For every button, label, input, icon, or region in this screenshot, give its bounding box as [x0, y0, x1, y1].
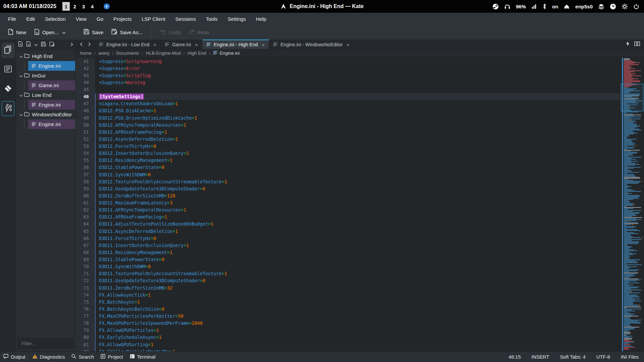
code-line-61[interactable]: 61D3D12.MaximumFrameLatency=3 — [75, 199, 621, 206]
code-line-47[interactable]: 47niagara.CreateShadersOnLoad=1 — [75, 100, 621, 107]
code-line-62[interactable]: 62D3D11.AFRSyncTemporalResources=1 — [75, 206, 621, 214]
sidebar-save-icon[interactable] — [41, 42, 46, 48]
code-line-46[interactable]: 46[SystemSettings] — [75, 93, 621, 100]
menu-view[interactable]: View — [72, 14, 91, 24]
code-view[interactable]: 41+Suppress=Scriptwarning42+Suppress=Err… — [75, 58, 621, 351]
code-line-77[interactable]: 77FX.MaxCPUParticlesPerEmitter=50 — [75, 313, 621, 320]
code-line-52[interactable]: 52D3D12.AsyncDeferredDeletion=1 — [75, 135, 621, 142]
tree-file-engine-ini[interactable]: Engine.ini — [16, 61, 75, 71]
breadcrumb-item-high-end[interactable]: High End — [187, 51, 206, 56]
network-icon[interactable] — [564, 4, 570, 9]
menu-sessions[interactable]: Sessions — [171, 14, 200, 24]
split-view-icon[interactable] — [634, 41, 640, 47]
tree-folder-windowsnoeditor[interactable]: WindowsNoEditor — [16, 110, 75, 119]
code-line-55[interactable]: 55D3D12.ResidencyManagement=1 — [75, 157, 621, 164]
tree-file-engine-ini[interactable]: Engine.ini — [16, 100, 75, 110]
tree-folder-imgui[interactable]: ImGui — [16, 71, 75, 80]
menu-tools[interactable]: Tools — [202, 14, 222, 24]
code-line-41[interactable]: 41+Suppress=Scriptwarning — [75, 58, 621, 65]
layers-icon[interactable] — [598, 3, 604, 10]
code-line-57[interactable]: 57D3D12.SyncWithDWM=0 — [75, 171, 621, 178]
tab-engine-ini-low-end[interactable]: Engine.ini - Low End× — [95, 40, 161, 49]
code-line-49[interactable]: 49D3D12.PSO.DriverOptimizedDiskCache=1 — [75, 114, 621, 121]
battery-percent[interactable]: 96% — [516, 4, 526, 9]
code-line-51[interactable]: 51D3D12.AFRUseFramePacing=1 — [75, 128, 621, 135]
save-as-button[interactable]: Save As... — [108, 26, 146, 38]
code-line-81[interactable]: 81FX.AllowGPUSorting=1 — [75, 341, 621, 348]
workspace-4[interactable]: 4 — [89, 2, 96, 11]
menu-file[interactable]: File — [4, 14, 20, 24]
tab-close-icon[interactable]: × — [153, 42, 156, 48]
project-panel-button[interactable]: Project — [101, 354, 123, 360]
search-panel-button[interactable]: Search — [71, 354, 94, 360]
tree-folder-low-end[interactable]: Low End — [16, 90, 75, 100]
code-line-73[interactable]: 73D3D11.ZeroBufferSizeInMB=32 — [75, 284, 621, 291]
tab-close-icon[interactable]: × — [346, 42, 350, 48]
symbol-outline-button[interactable] — [2, 62, 14, 77]
sidebar-new-file-icon[interactable] — [18, 41, 23, 48]
menu-edit[interactable]: Edit — [22, 14, 39, 24]
code-line-53[interactable]: 53D3D12.ForceThirtyHz=0 — [75, 143, 621, 150]
code-line-42[interactable]: 42+Suppress=Error — [75, 65, 621, 72]
menu-projects[interactable]: Projects — [109, 14, 136, 24]
chevron-down-icon[interactable] — [18, 73, 24, 78]
code-line-50[interactable]: 50D3D12.AFRSyncTemporalResources=1 — [75, 121, 621, 128]
menu-help[interactable]: Help — [252, 14, 270, 24]
code-line-45[interactable]: 45 — [75, 86, 621, 93]
tab-engine-ini-windowsnoeditor[interactable]: Engine.ini - WindowsNoEditor× — [269, 40, 354, 49]
code-line-82[interactable]: 82FX.FXAllowParticleMeshLODs=1 — [75, 348, 621, 351]
diagnostics-panel-button[interactable]: Diagnostics — [32, 354, 65, 360]
input-mode[interactable]: INSERT — [532, 354, 549, 360]
redo-button[interactable]: Redo — [185, 27, 213, 38]
chevron-down-icon[interactable] — [18, 92, 24, 98]
save-button[interactable]: Save — [80, 26, 107, 38]
tree-folder-high-end[interactable]: High End — [16, 51, 75, 61]
code-line-71[interactable]: 71D3D11.TexturePoolOnlyAccountStreamable… — [75, 270, 621, 277]
chevron-down-icon[interactable] — [62, 29, 66, 35]
sidebar-open-file-icon[interactable] — [26, 41, 31, 48]
network-label[interactable]: enp5s0 — [575, 4, 593, 9]
minimap-scrollbar[interactable] — [621, 58, 644, 351]
tab-engine-ini-high-end[interactable]: Engine.ini - High End× — [202, 40, 269, 49]
volume-bars-icon[interactable] — [531, 4, 537, 9]
code-line-67[interactable]: 67D3D11.InsertOuterOcclusionQuery=1 — [75, 242, 621, 249]
tab-game-ini[interactable]: Game.ini× — [161, 40, 202, 49]
encoding[interactable]: UTF-8 — [596, 354, 610, 360]
chevron-down-icon[interactable] — [18, 112, 24, 117]
code-line-70[interactable]: 70D3D11.SyncWithDWM=0 — [75, 263, 621, 270]
filter-input[interactable] — [18, 339, 73, 349]
code-line-76[interactable]: 76FX.BatchAsyncBatchSize=8 — [75, 305, 621, 312]
code-line-59[interactable]: 59D3D12.UseUpdateTexture3DComputeShader=… — [75, 185, 621, 192]
open-button[interactable]: Open... — [31, 26, 69, 38]
filetype[interactable]: INI Files — [621, 354, 639, 360]
output-panel-button[interactable]: Output — [3, 354, 25, 360]
code-line-58[interactable]: 58D3D12.TexturePoolOnlyAccountStreamable… — [75, 178, 621, 185]
workspace-2[interactable]: 2 — [71, 2, 78, 11]
tree-file-game-ini[interactable]: Game.ini — [16, 80, 75, 90]
sidebar-overflow-icon[interactable] — [70, 42, 73, 48]
documents-panel-button[interactable] — [2, 43, 14, 58]
menu-go[interactable]: Go — [93, 14, 107, 24]
tree-file-engine-ini[interactable]: Engine.ini — [16, 119, 75, 129]
tab-mode[interactable]: Soft Tabs: 4 — [560, 354, 585, 360]
chevron-down-icon[interactable] — [18, 53, 24, 59]
bluetooth-status[interactable]: on — [552, 4, 558, 9]
tab-scroll-right-icon[interactable] — [86, 41, 93, 48]
lsp-client-button[interactable] — [2, 101, 14, 116]
breadcrumb-item-home[interactable]: home — [80, 51, 92, 56]
code-line-44[interactable]: 44+Suppress=Warning — [75, 79, 621, 86]
code-line-75[interactable]: 75FX.BatchAsync=1 — [75, 298, 621, 305]
quick-actions-lightning-icon[interactable] — [626, 41, 630, 48]
steam-icon[interactable] — [492, 3, 499, 10]
menu-selection[interactable]: Selection — [41, 14, 70, 24]
code-line-74[interactable]: 74FX.AllowAsyncTick=1 — [75, 291, 621, 298]
code-line-43[interactable]: 43+Suppress=Scriptlog — [75, 72, 621, 79]
tab-scroll-left-icon[interactable] — [77, 41, 85, 48]
cursor-position[interactable]: 46:15 — [508, 354, 521, 360]
terminal-panel-button[interactable]: Terminal — [130, 354, 156, 360]
headset-icon[interactable] — [504, 3, 511, 10]
undo-button[interactable]: Undo — [157, 27, 184, 38]
new-button[interactable]: New — [5, 26, 30, 38]
code-line-64[interactable]: 64D3D11.AdjustTexturePoolSizeBasedOnBudg… — [75, 221, 621, 228]
tab-close-icon[interactable]: × — [195, 42, 198, 48]
